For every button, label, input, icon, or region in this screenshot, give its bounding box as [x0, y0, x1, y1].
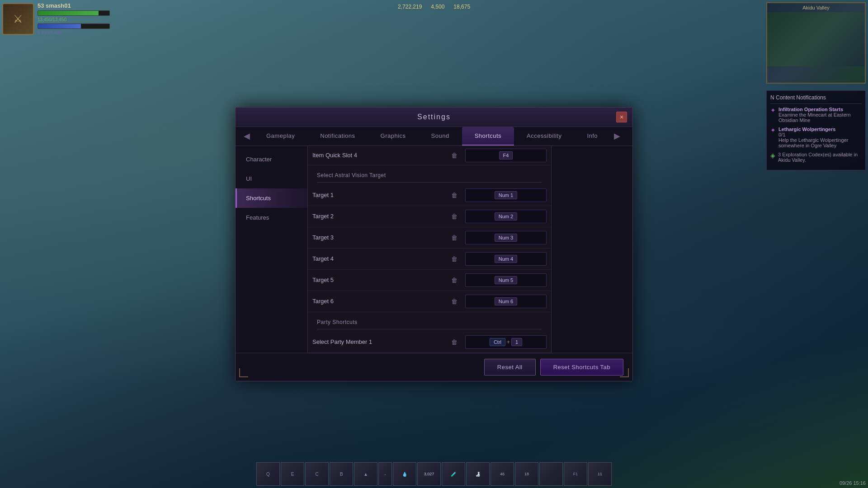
- shortcut-target-4: Target 4 🗑 Num 4: [308, 249, 551, 270]
- party-1-name: Select Party Member 1: [312, 338, 443, 345]
- party-1-ctrl: Ctrl: [490, 338, 505, 346]
- target-3-name: Target 3: [312, 234, 443, 241]
- shortcut-party-1: Select Party Member 1 🗑 Ctrl + 1: [308, 332, 551, 353]
- target-3-badge: Num 3: [495, 234, 517, 242]
- target-4-badge: Num 4: [495, 255, 517, 263]
- corner-deco-bl: [239, 368, 248, 377]
- party-1-key[interactable]: Ctrl + 1: [465, 335, 547, 349]
- tab-gameplay[interactable]: Gameplay: [254, 127, 307, 145]
- target-5-name: Target 5: [312, 277, 443, 283]
- target-4-key[interactable]: Num 4: [465, 252, 547, 266]
- shortcut-target-2: Target 2 🗑 Num 2: [308, 206, 551, 227]
- modal-tabs: ◀ Gameplay Notifications Graphics Sound …: [236, 127, 632, 146]
- modal-footer: Reset All Reset Shortcuts Tab: [236, 353, 632, 381]
- tab-info[interactable]: Info: [574, 127, 610, 145]
- party-1-main: 1: [511, 338, 522, 346]
- party-1-separator: +: [507, 339, 510, 345]
- tab-arrow-right[interactable]: ▶: [610, 131, 624, 141]
- modal-overlay: Settings × ◀ Gameplay Notifications Grap…: [0, 0, 868, 488]
- reset-shortcuts-tab-button[interactable]: Reset Shortcuts Tab: [540, 359, 623, 375]
- quick-slot-4-row: Item Quick Slot 4 🗑 F4: [308, 146, 551, 165]
- tab-graphics[interactable]: Graphics: [368, 127, 419, 145]
- target-4-name: Target 4: [312, 255, 443, 262]
- target-1-key[interactable]: Num 1: [465, 188, 547, 202]
- target-6-name: Target 6: [312, 298, 443, 305]
- tab-arrow-left[interactable]: ◀: [240, 131, 254, 141]
- shortcut-target-3: Target 3 🗑 Num 3: [308, 227, 551, 249]
- tab-sound[interactable]: Sound: [419, 127, 462, 145]
- target-2-name: Target 2: [312, 213, 443, 220]
- astral-vision-label: Select Astral Vision Target: [317, 172, 542, 183]
- target-1-badge: Num 1: [495, 191, 517, 199]
- target-1-delete[interactable]: 🗑: [448, 189, 461, 202]
- modal-sidebar: Character UI Shortcuts Features: [236, 146, 308, 353]
- target-4-delete[interactable]: 🗑: [448, 253, 461, 265]
- modal-main-content[interactable]: Item Quick Slot 4 🗑 F4 Select Astral Vis…: [308, 146, 551, 353]
- sidebar-item-features[interactable]: Features: [236, 208, 307, 227]
- tab-accessibility[interactable]: Accessibility: [514, 127, 574, 145]
- modal-body: Character UI Shortcuts Features Item Qui…: [236, 146, 632, 353]
- sidebar-item-shortcuts[interactable]: Shortcuts: [236, 188, 307, 208]
- target-5-delete[interactable]: 🗑: [448, 274, 461, 286]
- modal-right-panel: [551, 146, 632, 353]
- close-button[interactable]: ×: [616, 112, 627, 122]
- quick-slot-4-name: Item Quick Slot 4: [312, 152, 443, 159]
- target-2-key[interactable]: Num 2: [465, 210, 547, 223]
- target-6-badge: Num 6: [495, 297, 517, 305]
- sidebar-item-character[interactable]: Character: [236, 150, 307, 169]
- quick-slot-4-delete[interactable]: 🗑: [448, 149, 461, 162]
- corner-deco-br: [620, 368, 629, 377]
- target-1-name: Target 1: [312, 192, 443, 198]
- target-3-key[interactable]: Num 3: [465, 231, 547, 244]
- target-2-badge: Num 2: [495, 212, 517, 221]
- target-5-badge: Num 5: [495, 276, 517, 284]
- target-5-key[interactable]: Num 5: [465, 273, 547, 287]
- shortcut-target-6: Target 6 🗑 Num 6: [308, 291, 551, 312]
- target-6-delete[interactable]: 🗑: [448, 295, 461, 308]
- quick-slot-4-key[interactable]: F4: [465, 149, 547, 162]
- quick-slot-4-badge: F4: [499, 151, 513, 160]
- target-2-delete[interactable]: 🗑: [448, 210, 461, 223]
- party-shortcuts-label: Party Shortcuts: [317, 319, 542, 329]
- reset-all-button[interactable]: Reset All: [484, 359, 536, 375]
- settings-modal: Settings × ◀ Gameplay Notifications Grap…: [235, 107, 633, 381]
- modal-titlebar: Settings ×: [236, 108, 632, 127]
- sidebar-item-ui[interactable]: UI: [236, 169, 307, 188]
- target-6-key[interactable]: Num 6: [465, 295, 547, 308]
- shortcut-target-5: Target 5 🗑 Num 5: [308, 270, 551, 291]
- tab-shortcuts[interactable]: Shortcuts: [462, 127, 514, 145]
- party-1-delete[interactable]: 🗑: [448, 336, 461, 348]
- modal-title: Settings: [417, 113, 451, 121]
- shortcut-target-1: Target 1 🗑 Num 1: [308, 185, 551, 206]
- party-shortcuts-section: Party Shortcuts: [308, 312, 551, 332]
- tab-notifications[interactable]: Notifications: [307, 127, 368, 145]
- target-3-delete[interactable]: 🗑: [448, 231, 461, 244]
- astral-vision-section: Select Astral Vision Target: [308, 165, 551, 185]
